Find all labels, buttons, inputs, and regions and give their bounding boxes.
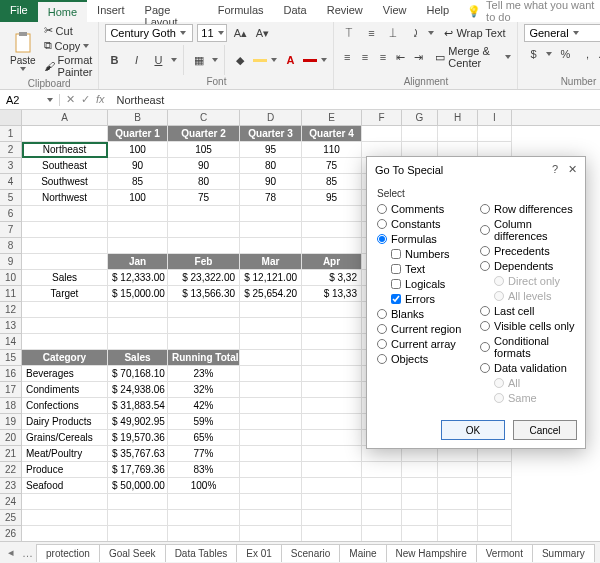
cell[interactable]: 77% [168,446,240,462]
cell[interactable] [240,494,302,510]
underline-button[interactable]: U [149,51,167,69]
option-text[interactable]: Text [391,263,472,275]
decrease-indent-button[interactable]: ⇤ [394,48,408,66]
radio-input[interactable] [377,324,387,334]
row-header-9[interactable]: 9 [0,254,21,270]
cell[interactable] [302,206,362,222]
cell[interactable] [22,494,108,510]
cell[interactable] [402,478,438,494]
cell[interactable]: 110 [302,142,362,158]
cell[interactable]: Feb [168,254,240,270]
option-current-region[interactable]: Current region [377,323,472,335]
cell[interactable] [108,318,168,334]
row-header-1[interactable]: 1 [0,126,21,142]
checkbox-input[interactable] [391,264,401,274]
paste-button[interactable]: Paste [6,30,40,73]
cell[interactable] [240,478,302,494]
option-logicals[interactable]: Logicals [391,278,472,290]
wrap-text-button[interactable]: ↩Wrap Text [444,27,505,40]
radio-input[interactable] [480,321,490,331]
cell[interactable]: Quarter 2 [168,126,240,142]
cell[interactable]: Sales [108,350,168,366]
cell[interactable]: Running Total [168,350,240,366]
accounting-format-button[interactable]: $ [524,45,542,63]
cell[interactable] [302,398,362,414]
cell[interactable]: 90 [168,158,240,174]
cell[interactable] [240,366,302,382]
tell-me[interactable]: 💡 Tell me what you want to do [467,0,600,22]
col-header-H[interactable]: H [438,110,478,125]
cell[interactable] [438,462,478,478]
cell[interactable]: 75 [168,190,240,206]
cell[interactable] [402,526,438,542]
cell[interactable]: $ 12,121.00 [240,270,302,286]
radio-input[interactable] [480,261,490,271]
cell[interactable]: Beverages [22,366,108,382]
cell[interactable] [22,334,108,350]
cell[interactable] [402,510,438,526]
cell[interactable]: 42% [168,398,240,414]
cell[interactable]: 90 [108,158,168,174]
cell[interactable]: 75 [302,158,362,174]
cell[interactable] [302,222,362,238]
cell[interactable]: Southwest [22,174,108,190]
percent-format-button[interactable]: % [556,45,574,63]
cell[interactable]: 78 [240,190,302,206]
cell[interactable]: Dairy Products [22,414,108,430]
copy-button[interactable]: ⧉Copy [44,39,93,52]
sheet-nav-prev[interactable]: … [18,547,37,559]
row-header-7[interactable]: 7 [0,222,21,238]
radio-input[interactable] [480,225,490,235]
cell[interactable]: Sales [22,270,108,286]
cell[interactable] [302,318,362,334]
row-header-8[interactable]: 8 [0,238,21,254]
col-header-B[interactable]: B [108,110,168,125]
option-dependents[interactable]: Dependents [480,260,575,272]
borders-button[interactable]: ▦ [190,51,208,69]
row-header-17[interactable]: 17 [0,382,21,398]
cell[interactable] [108,222,168,238]
font-color-button[interactable]: A [281,51,299,69]
cell[interactable] [22,526,108,542]
col-header-D[interactable]: D [240,110,302,125]
tab-data[interactable]: Data [274,0,317,22]
cell[interactable]: Target [22,286,108,302]
col-header-G[interactable]: G [402,110,438,125]
cell[interactable]: Quarter 3 [240,126,302,142]
cell[interactable]: $ 25,654.20 [240,286,302,302]
row-header-11[interactable]: 11 [0,286,21,302]
cell[interactable] [240,526,302,542]
font-name-select[interactable]: Century Goth [105,24,193,42]
cell[interactable] [168,238,240,254]
cell[interactable]: $ 50,000.00 [108,478,168,494]
cell[interactable] [240,510,302,526]
cell[interactable]: $ 12,333.00 [108,270,168,286]
cell[interactable] [108,334,168,350]
decrease-font-button[interactable]: A▾ [253,24,271,42]
cell[interactable]: $ 70,168.10 [108,366,168,382]
cell[interactable] [108,206,168,222]
align-middle-button[interactable]: ≡ [362,24,380,42]
merge-center-button[interactable]: ▭Merge & Center [435,45,511,69]
cell[interactable] [108,238,168,254]
italic-button[interactable]: I [127,51,145,69]
cancel-formula-icon[interactable]: ✕ [66,93,75,106]
cell[interactable] [22,510,108,526]
cell[interactable] [168,334,240,350]
cell[interactable] [240,238,302,254]
tab-formulas[interactable]: Formulas [208,0,274,22]
tab-insert[interactable]: Insert [87,0,135,22]
cell[interactable]: Seafood [22,478,108,494]
select-all-corner[interactable] [0,110,22,125]
cell[interactable] [302,366,362,382]
help-icon[interactable]: ? [552,163,558,176]
cell[interactable]: Apr [302,254,362,270]
cell[interactable]: $ 49,902.95 [108,414,168,430]
cell[interactable] [108,510,168,526]
cell[interactable] [302,382,362,398]
number-format-select[interactable]: General [524,24,600,42]
radio-input[interactable] [480,306,490,316]
row-header-12[interactable]: 12 [0,302,21,318]
radio-input[interactable] [377,219,387,229]
ok-button[interactable]: OK [441,420,505,440]
